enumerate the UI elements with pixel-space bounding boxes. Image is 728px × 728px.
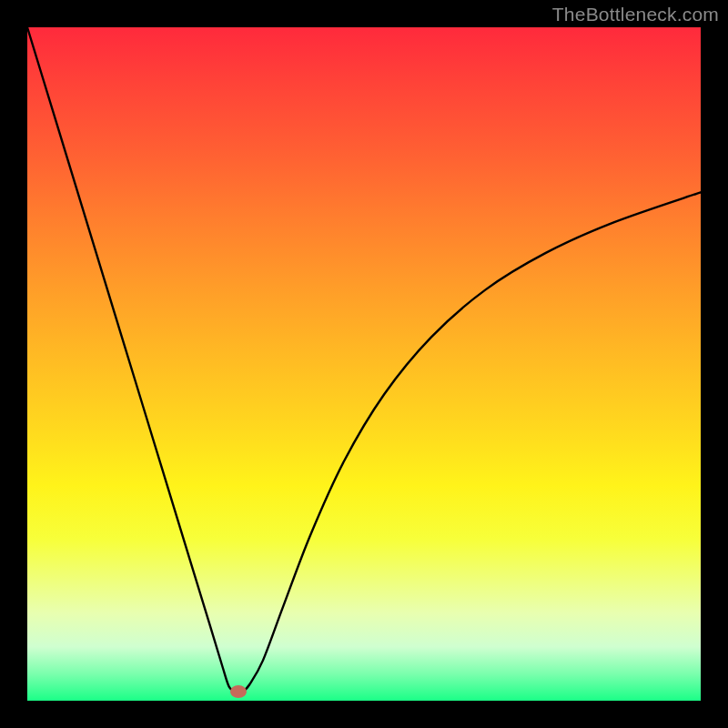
- optimum-marker: [230, 685, 247, 698]
- curve-path: [27, 27, 701, 692]
- plot-area: [27, 27, 701, 701]
- watermark-text: TheBottleneck.com: [552, 4, 719, 25]
- bottleneck-curve: [27, 27, 701, 701]
- chart-frame: TheBottleneck.com: [0, 0, 728, 728]
